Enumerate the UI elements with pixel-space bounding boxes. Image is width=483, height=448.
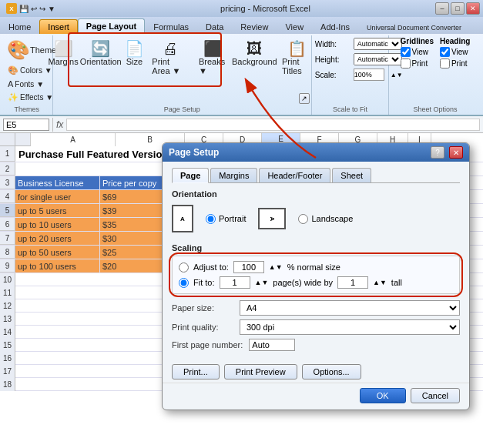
breaks-button[interactable]: ⬛ Breaks ▼ — [195, 38, 231, 78]
dialog-help-button[interactable]: ? — [431, 146, 444, 159]
cell-a3[interactable]: Business License — [15, 176, 100, 189]
portrait-icon[interactable]: A — [172, 205, 193, 232]
adjust-radio[interactable] — [179, 262, 189, 272]
dialog-tabs: Page Margins Header/Footer Sheet — [172, 168, 460, 183]
breaks-label: Breaks ▼ — [199, 57, 227, 75]
cell-b7[interactable]: $30 — [100, 232, 169, 245]
print-preview-button[interactable]: Print Preview — [224, 364, 297, 379]
tab-page-layout[interactable]: Page Layout — [78, 18, 145, 34]
tab-udc[interactable]: Universal Document Converter — [358, 21, 470, 34]
ribbon-group-page-setup: ⬜ Margins 🔄 Orientation 📄 Size 🖨 Print A… — [53, 35, 312, 115]
cell-a5[interactable]: up to 5 users — [15, 204, 100, 217]
dialog-tab-sheet[interactable]: Sheet — [332, 168, 371, 182]
close-button[interactable]: ✕ — [466, 2, 480, 15]
landscape-radio-option[interactable]: Landscape — [298, 214, 353, 224]
dialog-tab-page[interactable]: Page — [172, 168, 209, 183]
fit-pages-spinner[interactable]: ▲▼ — [255, 279, 269, 286]
print-area-button[interactable]: 🖨 Print Area ▼ — [148, 38, 193, 78]
margins-button[interactable]: ⬜ Margins — [48, 38, 79, 69]
row-header-10: 10 — [0, 273, 15, 286]
fit-tall-value[interactable] — [337, 276, 368, 289]
tab-insert[interactable]: Insert — [39, 19, 78, 34]
row-header-15: 15 — [0, 339, 15, 352]
portrait-radio[interactable] — [206, 214, 216, 224]
print-titles-button[interactable]: 📋 Print Titles — [278, 38, 316, 78]
adjust-radio-option[interactable] — [179, 262, 189, 272]
cell-a4[interactable]: for single user — [15, 190, 100, 203]
col-header-a[interactable]: A — [31, 133, 116, 146]
fonts-button[interactable]: A Fonts ▼ — [5, 78, 49, 90]
cancel-button[interactable]: Cancel — [411, 388, 460, 403]
colors-icon: 🎨 — [8, 65, 18, 75]
tab-data[interactable]: Data — [197, 19, 232, 34]
print-titles-icon: 📋 — [287, 41, 307, 56]
cell-b8[interactable]: $25 — [100, 246, 169, 259]
name-box[interactable] — [3, 119, 49, 131]
adjust-to-value[interactable] — [233, 261, 264, 273]
headings-view-option[interactable]: View — [440, 47, 470, 57]
colors-button[interactable]: 🎨 Colors ▼ — [5, 64, 49, 77]
dialog-tab-margins[interactable]: Margins — [210, 168, 257, 182]
gridlines-print-option[interactable]: Print — [401, 59, 434, 69]
headings-print-checkbox[interactable] — [440, 59, 450, 69]
themes-button[interactable]: 🎨 Themes — [5, 37, 49, 63]
row-header-13: 13 — [0, 313, 15, 326]
height-label: Height: — [315, 55, 347, 64]
options-button[interactable]: Options... — [302, 364, 361, 379]
dialog-close-button[interactable]: ✕ — [449, 146, 463, 159]
minimize-button[interactable]: – — [435, 2, 449, 15]
fit-pages-value[interactable] — [220, 276, 250, 289]
gridlines-view-option[interactable]: View — [401, 47, 434, 57]
row-header-5: 5 — [0, 204, 15, 217]
quick-access-redo[interactable]: ↪ — [39, 5, 45, 13]
fit-tall-spinner[interactable]: ▲▼ — [373, 279, 387, 286]
cell-b5[interactable]: $39 — [100, 204, 169, 217]
cell-b9[interactable]: $20 — [100, 259, 169, 272]
first-page-input[interactable] — [249, 339, 295, 351]
cell-a9[interactable]: up to 100 users — [15, 259, 100, 272]
cell-a8[interactable]: up to 50 users — [15, 246, 100, 259]
print-quality-row: Print quality: 300 dpi 600 dpi — [172, 319, 460, 335]
print-quality-select[interactable]: 300 dpi 600 dpi — [240, 319, 460, 335]
ribbon-group-sheet-options: Gridlines View Print Heading View Print — [389, 35, 481, 115]
headings-print-option[interactable]: Print — [440, 59, 470, 69]
col-header-num — [15, 133, 31, 146]
quick-access-save[interactable]: 💾 — [19, 5, 29, 13]
row-header-8: 8 — [0, 246, 15, 259]
gridlines-view-checkbox[interactable] — [401, 47, 411, 57]
background-icon: 🖼 — [247, 41, 262, 56]
maximize-button[interactable]: □ — [451, 2, 465, 15]
cell-b3[interactable]: Price per copy — [100, 176, 169, 189]
portrait-radio-option[interactable]: Portrait — [206, 214, 246, 224]
effects-button[interactable]: ✨ Effects ▼ — [5, 91, 49, 104]
background-button[interactable]: 🖼 Background — [233, 38, 276, 69]
paper-size-select[interactable]: A4 Letter Legal — [240, 300, 460, 316]
fit-radio-option[interactable] — [179, 278, 189, 288]
dialog-tab-headerfooter[interactable]: Header/Footer — [259, 168, 330, 182]
ribbon-content: 🎨 Themes 🎨 Colors ▼ A Fonts ▼ ✨ Effects … — [0, 34, 483, 115]
scale-input[interactable] — [354, 69, 384, 81]
gridlines-print-checkbox[interactable] — [401, 59, 411, 69]
cell-a6[interactable]: up to 10 users — [15, 218, 100, 231]
tab-review[interactable]: Review — [232, 19, 277, 34]
tab-view[interactable]: View — [277, 19, 312, 34]
tab-home[interactable]: Home — [0, 19, 39, 34]
quick-access-undo[interactable]: ↩ — [31, 5, 37, 13]
print-button[interactable]: Print... — [172, 364, 220, 379]
page-setup-dialog-launcher[interactable]: ↗ — [299, 93, 310, 104]
adjust-spinner[interactable]: ▲▼ — [269, 263, 283, 271]
formula-input[interactable] — [66, 119, 480, 131]
ok-button[interactable]: OK — [360, 388, 406, 403]
landscape-icon[interactable]: A — [258, 208, 286, 229]
quick-access-dropdown[interactable]: ▼ — [48, 5, 55, 13]
orientation-button[interactable]: 🔄 Orientation — [81, 38, 120, 69]
landscape-radio[interactable] — [298, 214, 308, 224]
cell-b4[interactable]: $69 — [100, 190, 169, 203]
tab-formulas[interactable]: Formulas — [145, 19, 197, 34]
cell-a7[interactable]: up to 20 users — [15, 232, 100, 245]
cell-b6[interactable]: $35 — [100, 218, 169, 231]
size-button[interactable]: 📄 Size — [122, 38, 146, 69]
tab-addins[interactable]: Add-Ins — [312, 19, 358, 34]
headings-view-checkbox[interactable] — [440, 47, 450, 57]
fit-radio[interactable] — [179, 278, 189, 288]
